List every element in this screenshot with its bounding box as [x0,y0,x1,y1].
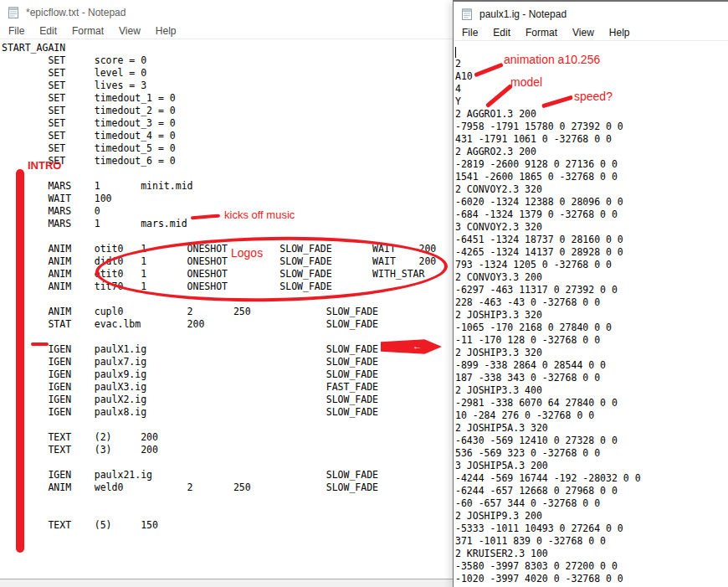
annotation-model-label: model [510,76,542,88]
menu-file[interactable]: File [454,27,485,40]
annotation-intro-bar [16,169,24,553]
menu-view[interactable]: View [565,27,602,40]
window-title: *epicflow.txt - Notepad [26,7,126,18]
text-cursor [455,47,456,58]
annotation-igen-dash [31,342,49,346]
titlebar-paulx1[interactable]: paulx1.ig - Notepad [454,2,728,27]
menu-format[interactable]: Format [518,27,565,40]
menu-format[interactable]: Format [64,25,111,39]
titlebar-epicflow[interactable]: *epicflow.txt - Notepad [0,0,453,25]
menubar-paulx1: File Edit Format View Help [454,27,728,41]
menu-help[interactable]: Help [602,27,638,40]
window-title: paulx1.ig - Notepad [479,8,567,20]
notepad-window-paulx1: paulx1.ig - Notepad File Edit Format Vie… [453,0,728,587]
annotation-speed-label: speed? [574,90,613,102]
annotation-animation-label: animation a10.256 [504,54,600,65]
text-editor-paulx1[interactable]: 2 A10 4 Y 2 AGGRO1.3 200 -7958 -1791 157… [454,41,728,584]
notepad-icon [460,8,474,21]
text-editor-epicflow[interactable]: START_AGAIN SET score = 0 SET level = 0 … [0,39,453,564]
menu-edit[interactable]: Edit [32,25,64,39]
notepad-icon [7,6,20,19]
menu-help[interactable]: Help [148,25,184,39]
menu-edit[interactable]: Edit [485,27,518,40]
left-arrow-icon: ← [413,341,422,352]
menu-file[interactable]: File [1,25,32,39]
menubar-epicflow: File Edit Format View Help [0,25,453,39]
annotation-intro-label: INTRO [28,160,61,172]
menu-view[interactable]: View [111,25,148,39]
annotation-kicks-off-music-label: kicks off music [224,209,295,221]
annotation-logos-label: Logos [231,247,263,259]
